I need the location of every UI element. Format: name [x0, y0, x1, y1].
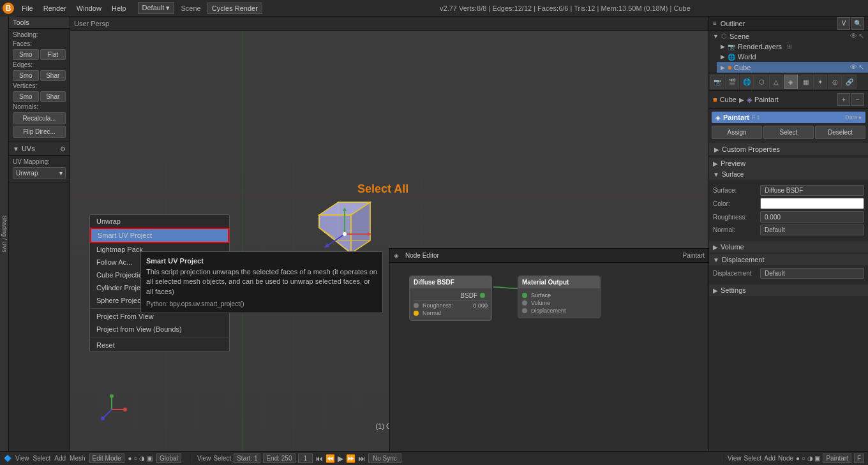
displacement-section[interactable]: ▼ Displacement — [709, 254, 868, 265]
outliner-item-scene[interactable]: ▼ ⬡ Scene 👁 ↖ — [709, 31, 868, 41]
vertical-tab-shading-uvs[interactable]: Shading / UVs — [0, 17, 9, 451]
mesh-props-icon[interactable]: △ — [769, 75, 783, 89]
outliner-item-renderlayers[interactable]: ▶ 📷 RenderLayers ⊞ — [717, 41, 868, 52]
node-view-label: Node Editor — [405, 252, 439, 259]
roughness-value-bar[interactable]: 0.000 — [760, 211, 864, 223]
surface-type-value[interactable]: Diffuse BSDF — [760, 185, 864, 196]
custom-props-label: Custom Properties — [722, 145, 780, 153]
play-btn[interactable]: ▶ — [338, 454, 343, 463]
blender-icon-bottom: 🔷 — [4, 455, 11, 462]
faces-flat-btn[interactable]: Flat — [40, 49, 66, 60]
texture-props-icon[interactable]: ▦ — [798, 75, 812, 89]
roughness-row: Roughness: 0.000 — [713, 211, 864, 223]
bottom-select-label[interactable]: Select — [33, 455, 51, 462]
right-panel: ≡ Outliner V 🔍 ▼ ⬡ Scene 👁 ↖ ▶ � — [708, 17, 868, 451]
scene-triangle: ▼ — [713, 33, 719, 40]
paintart-bottom[interactable]: Paintart — [823, 454, 851, 463]
color-swatch[interactable] — [760, 198, 864, 209]
timeline-view-label[interactable]: View — [197, 455, 211, 462]
node-node-bottom[interactable]: Node — [778, 455, 793, 462]
nav-widget[interactable] — [96, 394, 128, 427]
custom-props-header[interactable]: ▶ Custom Properties — [709, 143, 868, 156]
prev-frame-btn[interactable]: ⏪ — [326, 454, 335, 463]
surface-section-header[interactable]: ▼ Surface — [709, 169, 868, 180]
menu-help[interactable]: Help — [107, 0, 131, 17]
particle-props-icon[interactable]: ✦ — [813, 75, 827, 89]
material-expand: ▾ — [858, 114, 862, 121]
vertices-smooth-btn[interactable]: Smo — [13, 91, 39, 102]
normal-node-row: Normal — [414, 310, 488, 316]
bottom-add-label[interactable]: Add — [54, 455, 66, 462]
material-icon: ◈ — [715, 114, 721, 121]
frame-current[interactable]: 1 — [298, 454, 313, 463]
object-props-icon[interactable]: ⬡ — [754, 75, 768, 89]
reset-menu-item[interactable]: Reset — [90, 339, 229, 351]
constraints-props-icon[interactable]: 🔗 — [842, 75, 857, 89]
outliner-view-btn[interactable]: V — [837, 17, 850, 30]
menu-file[interactable]: File — [17, 0, 38, 17]
assign-button[interactable]: Assign — [712, 126, 762, 139]
roughness-value: 0.000 — [765, 214, 781, 221]
render-props-icon[interactable]: 📷 — [710, 75, 724, 89]
normal-value[interactable]: Default — [760, 225, 864, 235]
material-props-icon[interactable]: ◈ — [784, 75, 798, 89]
menu-window[interactable]: Window — [71, 0, 107, 17]
vertices-sharp-btn[interactable]: Shar — [40, 91, 66, 102]
project-from-view-bounds-menu-item[interactable]: Project from View (Bounds) — [90, 323, 229, 336]
bottom-view-label[interactable]: View — [15, 455, 29, 462]
physics-props-icon[interactable]: ◎ — [828, 75, 842, 89]
jump-start-btn[interactable]: ⏮ — [315, 454, 323, 463]
deselect-button[interactable]: Deselect — [815, 126, 865, 139]
edges-smooth-btn[interactable]: Smo — [13, 70, 39, 81]
unwrap-menu-item[interactable]: Unwrap — [90, 215, 229, 228]
scene-cursor-icon: ↖ — [858, 32, 864, 40]
timeline-select-label[interactable]: Select — [213, 455, 231, 462]
frame-end[interactable]: End: 250 — [263, 454, 295, 463]
outliner-item-world[interactable]: ▶ 🌐 World — [717, 52, 868, 62]
bottom-mesh-label[interactable]: Mesh — [70, 455, 85, 462]
add-material-btn[interactable]: + — [837, 93, 850, 106]
pivot-selector[interactable]: Global — [156, 454, 181, 463]
workspace-selector[interactable]: Default ▾ — [138, 2, 175, 14]
edit-mode-selector[interactable]: Edit Mode — [89, 454, 124, 463]
node-select-bottom[interactable]: Select — [744, 455, 762, 462]
remove-material-btn[interactable]: − — [851, 93, 864, 106]
next-frame-btn[interactable]: ⏩ — [346, 454, 355, 463]
preview-section[interactable]: ▶ Preview — [709, 158, 868, 169]
scene-props-icon[interactable]: 🎬 — [725, 75, 739, 89]
engine-selector[interactable]: Cycles Render — [207, 3, 262, 14]
outliner-item-cube[interactable]: ▶ ■ Cube 👁 ↖ — [717, 62, 868, 73]
flip-direction-btn[interactable]: Flip Direc... — [13, 126, 66, 138]
displacement-input-socket — [522, 308, 527, 313]
roughness-node-row: Roughness: 0.000 — [414, 302, 488, 309]
displacement-label: Displacement — [722, 256, 765, 263]
edit-mode-f[interactable]: F — [854, 454, 864, 463]
uv-mapping-label: UV Mapping: — [13, 158, 66, 165]
unwrap-dropdown[interactable]: Unwrap ▾ — [13, 167, 66, 179]
node-add-bottom[interactable]: Add — [764, 455, 775, 462]
color-label: Color: — [713, 200, 758, 207]
sync-selector[interactable]: No Sync — [368, 454, 401, 463]
world-props-icon[interactable]: 🌐 — [740, 75, 754, 89]
outliner-search-btn[interactable]: 🔍 — [851, 17, 864, 30]
outliner: ≡ Outliner V 🔍 ▼ ⬡ Scene 👁 ↖ ▶ � — [709, 17, 868, 73]
node-view-bottom[interactable]: View — [728, 455, 742, 462]
volume-section[interactable]: ▶ Volume — [709, 241, 868, 253]
dropdown-separator-2 — [90, 337, 229, 337]
edges-buttons: Smo Shar — [13, 70, 66, 81]
select-button[interactable]: Select — [763, 126, 814, 139]
settings-section[interactable]: ▶ Settings — [709, 284, 868, 296]
cube-triangle: ▶ — [721, 64, 725, 71]
edges-sharp-btn[interactable]: Shar — [40, 70, 66, 81]
displacement-body: Displacement Default — [709, 265, 868, 283]
faces-smooth-btn[interactable]: Smo — [13, 49, 39, 60]
paintart-name-row[interactable]: ◈ Paintart F 1 Data ▾ — [712, 112, 865, 123]
recalculate-btn[interactable]: Recalcula... — [13, 112, 66, 124]
frame-start[interactable]: Start: 1 — [234, 454, 260, 463]
displacement-value[interactable]: Default — [760, 268, 864, 279]
menu-render[interactable]: Render — [38, 0, 71, 17]
breadcrumb-arrow: ▶ — [739, 96, 744, 103]
smart-uv-project-menu-item[interactable]: Smart UV Project — [90, 228, 229, 243]
node-area[interactable]: Diffuse BSDF BSDF Roughness: 0.000 — [390, 263, 708, 452]
jump-end-btn[interactable]: ⏭ — [358, 454, 366, 463]
